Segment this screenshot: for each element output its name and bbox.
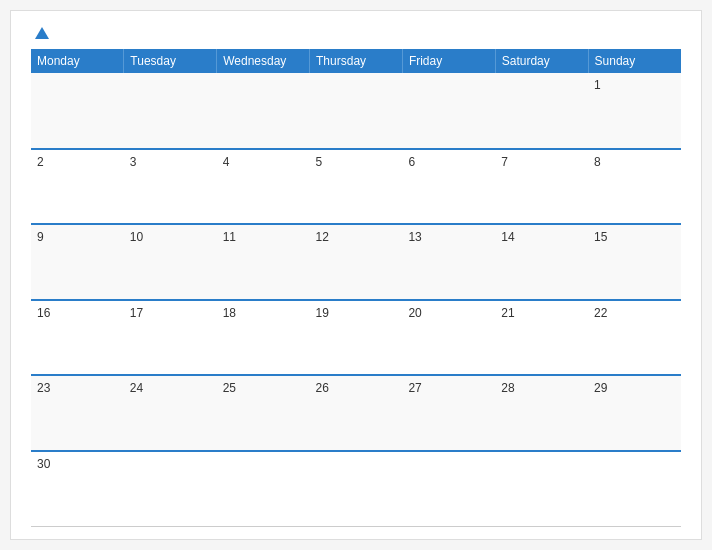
day-number: 29 (594, 381, 607, 395)
day-number: 2 (37, 155, 44, 169)
day-number: 22 (594, 306, 607, 320)
col-tuesday: Tuesday (124, 49, 217, 73)
calendar-cell (402, 451, 495, 527)
day-number: 27 (408, 381, 421, 395)
calendar-cell: 2 (31, 149, 124, 225)
day-number: 13 (408, 230, 421, 244)
calendar-cell: 1 (588, 73, 681, 149)
calendar-cell: 28 (495, 375, 588, 451)
col-friday: Friday (402, 49, 495, 73)
calendar-cell: 6 (402, 149, 495, 225)
calendar-week-row: 30 (31, 451, 681, 527)
day-number: 12 (316, 230, 329, 244)
day-number: 19 (316, 306, 329, 320)
day-number: 16 (37, 306, 50, 320)
calendar-week-row: 23242526272829 (31, 375, 681, 451)
calendar-cell (495, 73, 588, 149)
calendar-cell: 3 (124, 149, 217, 225)
calendar-cell: 9 (31, 224, 124, 300)
calendar-cell (402, 73, 495, 149)
logo (31, 27, 49, 39)
calendar-cell (495, 451, 588, 527)
calendar-cell: 22 (588, 300, 681, 376)
calendar-cell (124, 73, 217, 149)
day-number: 17 (130, 306, 143, 320)
col-thursday: Thursday (310, 49, 403, 73)
day-number: 1 (594, 78, 601, 92)
calendar-cell: 13 (402, 224, 495, 300)
calendar-week-row: 9101112131415 (31, 224, 681, 300)
calendar-cell: 23 (31, 375, 124, 451)
col-wednesday: Wednesday (217, 49, 310, 73)
calendar-cell: 11 (217, 224, 310, 300)
day-number: 20 (408, 306, 421, 320)
calendar-cell: 8 (588, 149, 681, 225)
calendar-cell (588, 451, 681, 527)
day-number: 15 (594, 230, 607, 244)
calendar-table: Monday Tuesday Wednesday Thursday Friday… (31, 49, 681, 527)
calendar-cell: 19 (310, 300, 403, 376)
day-number: 11 (223, 230, 236, 244)
day-number: 6 (408, 155, 415, 169)
calendar-cell (217, 451, 310, 527)
calendar-cell (310, 73, 403, 149)
day-number: 30 (37, 457, 50, 471)
day-number: 14 (501, 230, 514, 244)
day-number: 3 (130, 155, 137, 169)
logo-blue-text (31, 27, 49, 39)
calendar-cell: 14 (495, 224, 588, 300)
day-number: 18 (223, 306, 236, 320)
col-saturday: Saturday (495, 49, 588, 73)
col-monday: Monday (31, 49, 124, 73)
calendar: Monday Tuesday Wednesday Thursday Friday… (10, 10, 702, 540)
day-number: 8 (594, 155, 601, 169)
day-number: 23 (37, 381, 50, 395)
day-number: 26 (316, 381, 329, 395)
calendar-cell (31, 73, 124, 149)
calendar-cell (217, 73, 310, 149)
calendar-cell: 5 (310, 149, 403, 225)
calendar-week-row: 2345678 (31, 149, 681, 225)
day-number: 10 (130, 230, 143, 244)
calendar-header (31, 27, 681, 39)
calendar-cell: 26 (310, 375, 403, 451)
day-number: 21 (501, 306, 514, 320)
calendar-cell (310, 451, 403, 527)
calendar-cell: 24 (124, 375, 217, 451)
day-number: 5 (316, 155, 323, 169)
calendar-cell: 30 (31, 451, 124, 527)
calendar-cell: 15 (588, 224, 681, 300)
calendar-week-row: 1 (31, 73, 681, 149)
calendar-cell: 20 (402, 300, 495, 376)
day-number: 7 (501, 155, 508, 169)
calendar-cell: 25 (217, 375, 310, 451)
calendar-cell: 17 (124, 300, 217, 376)
days-header-row: Monday Tuesday Wednesday Thursday Friday… (31, 49, 681, 73)
calendar-cell: 10 (124, 224, 217, 300)
calendar-cell: 29 (588, 375, 681, 451)
calendar-cell: 27 (402, 375, 495, 451)
day-number: 24 (130, 381, 143, 395)
day-number: 28 (501, 381, 514, 395)
day-number: 4 (223, 155, 230, 169)
day-number: 25 (223, 381, 236, 395)
calendar-cell: 21 (495, 300, 588, 376)
calendar-cell: 12 (310, 224, 403, 300)
day-number: 9 (37, 230, 44, 244)
logo-triangle-icon (35, 27, 49, 39)
calendar-cell: 4 (217, 149, 310, 225)
calendar-cell: 18 (217, 300, 310, 376)
calendar-cell: 7 (495, 149, 588, 225)
calendar-week-row: 16171819202122 (31, 300, 681, 376)
calendar-cell (124, 451, 217, 527)
col-sunday: Sunday (588, 49, 681, 73)
calendar-cell: 16 (31, 300, 124, 376)
